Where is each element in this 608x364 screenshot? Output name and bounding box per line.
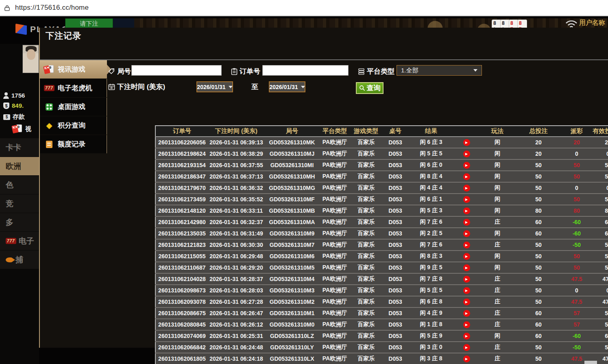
cell-valid: 0 [592, 148, 608, 159]
cell-result: 闲 7 庄 6 [408, 239, 454, 251]
cell-round: GD053261310LX [264, 353, 320, 364]
play-button[interactable]: ▶ [463, 219, 470, 226]
scrollbar-fragment[interactable] [584, 361, 597, 364]
cell-order: 260131062093078 [155, 296, 208, 307]
search-button[interactable]: 查询 [356, 82, 384, 94]
play-button[interactable]: ▶ [463, 299, 470, 305]
cell-valid: 50 [592, 251, 608, 262]
cell-platform: PA欧洲厅 [320, 285, 350, 296]
column-header-round: 局号 [264, 126, 320, 137]
round-input[interactable] [131, 65, 222, 76]
cell-result: 闲 5 庄 3 [408, 205, 454, 216]
cell-round: GD053261310M1 [264, 307, 320, 319]
cell-play: ▶ [454, 353, 479, 364]
cell-bet: 50 [516, 171, 561, 182]
play-button[interactable]: ▶ [463, 333, 470, 340]
play-button[interactable]: ▶ [463, 321, 470, 328]
cell-round: GD053261310MA [264, 216, 320, 228]
cell-round: GD053261310M6 [264, 251, 320, 262]
sidebar-item-0[interactable]: K♥9视讯游戏 [40, 60, 107, 78]
cell-round: GD053261310MJ [264, 148, 320, 159]
cell-valid: 47.5 [592, 273, 608, 285]
cell-order: 260131062173459 [155, 194, 208, 205]
cell-play: ▶ [454, 194, 479, 205]
sidebar-item-label: 积分查询 [58, 121, 85, 130]
bet-time-label: 下注时间 (美东) [108, 82, 165, 92]
table-row: 2601310620986732026-01-31 06:28:03GD0532… [155, 285, 608, 296]
play-button[interactable]: ▶ [463, 344, 470, 351]
cell-time: 2026-01-31 06:32:37 [208, 216, 264, 228]
cell-result: 闲 3 庄 0 [408, 342, 454, 353]
play-button[interactable]: ▶ [463, 196, 470, 203]
lobby-menu-item-label: 捕 [15, 255, 23, 265]
sidebar-item-1[interactable]: 777电子老虎机 [40, 79, 107, 97]
sidebar-item-label: 电子老虎机 [58, 83, 92, 93]
cell-table: D053 [382, 137, 408, 148]
play-button[interactable]: ▶ [463, 264, 470, 271]
cell-bet: 20 [516, 148, 561, 159]
cell-round: GD053261310MI [264, 159, 320, 171]
cell-round: GD053261310MK [264, 137, 320, 148]
modal-title: 下注记录 [46, 30, 81, 41]
cell-valid: 50 [592, 159, 608, 171]
cell-payout: 47.5 [561, 273, 592, 285]
cell-payout: -50 [561, 342, 592, 353]
lobby-menu-item: 竞 [0, 194, 39, 213]
cell-round: GD053261310MG [264, 182, 320, 194]
sidebar-item-label: 桌面游戏 [58, 102, 85, 111]
cell-table: D053 [382, 228, 408, 239]
user-icon [3, 92, 9, 99]
cell-valid: 80 [592, 205, 608, 216]
browser-address-bar[interactable]: https://175616.cc/home [0, 0, 608, 16]
cell-game: 百家乐 [350, 171, 382, 182]
play-button[interactable]: ▶ [463, 150, 470, 157]
table-row: 2601310621986242026-01-31 06:38:29GD0532… [155, 148, 608, 159]
table-row: 2601310621040282026-01-31 06:28:37GD0532… [155, 273, 608, 285]
play-button[interactable]: ▶ [463, 310, 470, 317]
play-button[interactable]: ▶ [463, 276, 470, 283]
play-button[interactable]: ▶ [463, 253, 470, 260]
cell-table: D053 [382, 148, 408, 159]
play-button[interactable]: ▶ [463, 355, 470, 362]
sidebar-item-4[interactable]: 额度记录 [40, 135, 107, 153]
date-to-picker[interactable]: 2026/01/31 [269, 81, 305, 92]
cell-result: 闲 4 庄 9 [408, 307, 454, 319]
cell-order: 260131062098673 [155, 285, 208, 296]
play-button[interactable]: ▶ [463, 207, 470, 214]
cell-platform: PA欧洲厅 [320, 251, 350, 262]
table-row: 2601310621931542026-01-31 06:37:55GD0532… [155, 159, 608, 171]
date-from-picker[interactable]: 2026/01/31 [196, 81, 233, 92]
cell-result: 闲 8 庄 3 [408, 251, 454, 262]
cell-table: D053 [382, 239, 408, 251]
sidebar-item-3[interactable]: ◆积分查询 [40, 116, 107, 135]
column-header-platform: 平台类型 [320, 126, 350, 137]
cell-playType: 闲 [479, 330, 516, 342]
url-text[interactable]: https://175616.cc/home [15, 4, 89, 12]
sidebar-item-2[interactable]: 桌面游戏 [40, 98, 107, 116]
play-button[interactable]: ▶ [463, 242, 470, 248]
clipboard-icon [231, 68, 238, 75]
play-button[interactable]: ▶ [463, 287, 470, 294]
cell-bet: 50 [516, 296, 561, 307]
user-info-label: 用户名称 [579, 18, 605, 27]
cell-payout: -60 [561, 330, 592, 342]
play-button[interactable]: ▶ [463, 230, 470, 237]
cell-game: 百家乐 [350, 148, 382, 159]
order-input[interactable] [262, 65, 349, 76]
play-button[interactable]: ▶ [463, 173, 470, 180]
play-button[interactable]: ▶ [463, 139, 470, 146]
cell-game: 百家乐 [350, 296, 382, 307]
cell-playType: 庄 [479, 285, 516, 296]
cell-order: 260131062198624 [155, 148, 208, 159]
lock-icon [4, 5, 10, 11]
cell-table: D053 [382, 194, 408, 205]
cell-time: 2026-01-31 06:24:18 [208, 353, 264, 364]
play-button[interactable]: ▶ [463, 162, 470, 169]
cell-payout: 57 [561, 319, 592, 330]
cell-order: 260131062121823 [155, 239, 208, 251]
platform-type-select[interactable]: 1.全部 [397, 65, 482, 76]
cell-play: ▶ [454, 330, 479, 342]
cell-play: ▶ [454, 251, 479, 262]
cell-round: GD053261310MH [264, 171, 320, 182]
play-button[interactable]: ▶ [463, 185, 470, 192]
